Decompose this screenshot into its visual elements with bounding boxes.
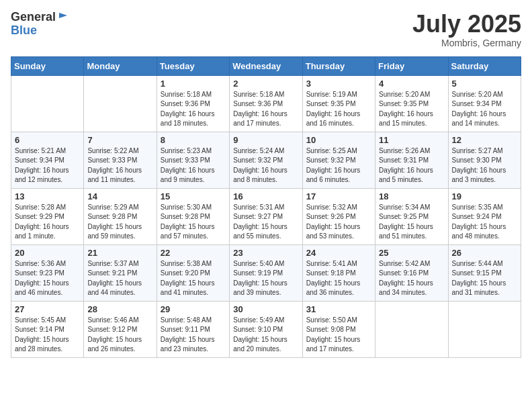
day-number: 1 [161,79,226,89]
day-number: 8 [161,135,226,145]
day-number: 17 [306,191,371,201]
cell-info: Sunrise: 5:45 AMSunset: 9:14 PMDaylight:… [15,316,80,355]
calendar-cell: 7 Sunrise: 5:22 AMSunset: 9:33 PMDayligh… [84,132,157,188]
cell-info: Sunrise: 5:19 AMSunset: 9:35 PMDaylight:… [306,90,371,129]
cell-info: Sunrise: 5:29 AMSunset: 9:28 PMDaylight:… [87,203,152,242]
calendar-cell: 20 Sunrise: 5:36 AMSunset: 9:23 PMDaylig… [11,244,84,301]
calendar-cell: 29 Sunrise: 5:48 AMSunset: 9:11 PMDaylig… [157,301,229,357]
calendar-cell: 2 Sunrise: 5:18 AMSunset: 9:36 PMDayligh… [230,75,302,132]
calendar-cell [375,301,448,357]
calendar-cell: 30 Sunrise: 5:49 AMSunset: 9:10 PMDaylig… [230,301,302,357]
calendar-day-header: Tuesday [157,56,229,75]
cell-info: Sunrise: 5:40 AMSunset: 9:19 PMDaylight:… [233,259,298,298]
day-number: 4 [379,79,444,89]
day-number: 22 [161,248,226,258]
cell-info: Sunrise: 5:42 AMSunset: 9:16 PMDaylight:… [379,259,444,298]
month-title: July 2025 [412,11,521,38]
calendar-cell [84,75,157,132]
calendar-cell: 22 Sunrise: 5:38 AMSunset: 9:20 PMDaylig… [157,244,229,301]
logo-blue: Blue [11,24,69,38]
calendar-cell: 18 Sunrise: 5:34 AMSunset: 9:25 PMDaylig… [375,188,448,244]
calendar-cell: 24 Sunrise: 5:41 AMSunset: 9:18 PMDaylig… [302,244,375,301]
calendar-cell: 31 Sunrise: 5:50 AMSunset: 9:08 PMDaylig… [302,301,375,357]
calendar-cell: 26 Sunrise: 5:44 AMSunset: 9:15 PMDaylig… [448,244,521,301]
day-number: 29 [161,304,226,314]
logo: General Blue [11,11,69,38]
title-block: July 2025 Mombris, Germany [412,11,521,48]
calendar-cell: 14 Sunrise: 5:29 AMSunset: 9:28 PMDaylig… [84,188,157,244]
day-number: 26 [452,248,517,258]
calendar-day-header: Sunday [11,56,84,75]
cell-info: Sunrise: 5:20 AMSunset: 9:35 PMDaylight:… [379,90,444,129]
day-number: 25 [379,248,444,258]
calendar-cell: 3 Sunrise: 5:19 AMSunset: 9:35 PMDayligh… [302,75,375,132]
day-number: 16 [233,191,298,201]
day-number: 24 [306,248,371,258]
cell-info: Sunrise: 5:24 AMSunset: 9:32 PMDaylight:… [233,146,298,185]
day-number: 13 [15,191,80,201]
cell-info: Sunrise: 5:36 AMSunset: 9:23 PMDaylight:… [15,259,80,298]
calendar-header-row: SundayMondayTuesdayWednesdayThursdayFrid… [11,56,521,75]
calendar-cell: 12 Sunrise: 5:27 AMSunset: 9:30 PMDaylig… [448,132,521,188]
page-header: General Blue July 2025 Mombris, Germany [11,11,521,48]
cell-info: Sunrise: 5:41 AMSunset: 9:18 PMDaylight:… [306,259,371,298]
calendar-week-row: 27 Sunrise: 5:45 AMSunset: 9:14 PMDaylig… [11,301,521,357]
calendar-day-header: Friday [375,56,448,75]
calendar-cell: 17 Sunrise: 5:32 AMSunset: 9:26 PMDaylig… [302,188,375,244]
calendar-week-row: 13 Sunrise: 5:28 AMSunset: 9:29 PMDaylig… [11,188,521,244]
day-number: 19 [452,191,517,201]
calendar-cell: 1 Sunrise: 5:18 AMSunset: 9:36 PMDayligh… [157,75,229,132]
calendar-cell: 13 Sunrise: 5:28 AMSunset: 9:29 PMDaylig… [11,188,84,244]
day-number: 18 [379,191,444,201]
cell-info: Sunrise: 5:35 AMSunset: 9:24 PMDaylight:… [452,203,517,242]
calendar-cell [11,75,84,132]
cell-info: Sunrise: 5:23 AMSunset: 9:33 PMDaylight:… [161,146,226,185]
calendar-cell: 6 Sunrise: 5:21 AMSunset: 9:34 PMDayligh… [11,132,84,188]
day-number: 21 [87,248,152,258]
cell-info: Sunrise: 5:20 AMSunset: 9:34 PMDaylight:… [452,90,517,129]
day-number: 20 [15,248,80,258]
cell-info: Sunrise: 5:30 AMSunset: 9:28 PMDaylight:… [161,203,226,242]
calendar-day-header: Thursday [302,56,375,75]
day-number: 30 [233,304,298,314]
calendar-cell: 23 Sunrise: 5:40 AMSunset: 9:19 PMDaylig… [230,244,302,301]
cell-info: Sunrise: 5:48 AMSunset: 9:11 PMDaylight:… [161,316,226,355]
calendar-cell: 25 Sunrise: 5:42 AMSunset: 9:16 PMDaylig… [375,244,448,301]
cell-info: Sunrise: 5:18 AMSunset: 9:36 PMDaylight:… [161,90,226,129]
cell-info: Sunrise: 5:49 AMSunset: 9:10 PMDaylight:… [233,316,298,355]
cell-info: Sunrise: 5:22 AMSunset: 9:33 PMDaylight:… [87,146,152,185]
calendar-cell: 11 Sunrise: 5:26 AMSunset: 9:31 PMDaylig… [375,132,448,188]
cell-info: Sunrise: 5:37 AMSunset: 9:21 PMDaylight:… [87,259,152,298]
day-number: 2 [233,79,298,89]
calendar-cell: 21 Sunrise: 5:37 AMSunset: 9:21 PMDaylig… [84,244,157,301]
cell-info: Sunrise: 5:32 AMSunset: 9:26 PMDaylight:… [306,203,371,242]
logo-general: General [11,11,56,24]
day-number: 14 [87,191,152,201]
day-number: 7 [87,135,152,145]
day-number: 27 [15,304,80,314]
day-number: 23 [233,248,298,258]
svg-marker-0 [59,13,67,18]
logo-icon [57,11,69,24]
day-number: 31 [306,304,371,314]
day-number: 6 [15,135,80,145]
day-number: 10 [306,135,371,145]
calendar-cell: 16 Sunrise: 5:31 AMSunset: 9:27 PMDaylig… [230,188,302,244]
cell-info: Sunrise: 5:46 AMSunset: 9:12 PMDaylight:… [87,316,152,355]
calendar-cell: 5 Sunrise: 5:20 AMSunset: 9:34 PMDayligh… [448,75,521,132]
calendar-cell: 9 Sunrise: 5:24 AMSunset: 9:32 PMDayligh… [230,132,302,188]
calendar-cell: 27 Sunrise: 5:45 AMSunset: 9:14 PMDaylig… [11,301,84,357]
day-number: 28 [87,304,152,314]
day-number: 5 [452,79,517,89]
cell-info: Sunrise: 5:27 AMSunset: 9:30 PMDaylight:… [452,146,517,185]
calendar-cell: 15 Sunrise: 5:30 AMSunset: 9:28 PMDaylig… [157,188,229,244]
day-number: 11 [379,135,444,145]
cell-info: Sunrise: 5:21 AMSunset: 9:34 PMDaylight:… [15,146,80,185]
calendar-cell: 4 Sunrise: 5:20 AMSunset: 9:35 PMDayligh… [375,75,448,132]
cell-info: Sunrise: 5:34 AMSunset: 9:25 PMDaylight:… [379,203,444,242]
cell-info: Sunrise: 5:26 AMSunset: 9:31 PMDaylight:… [379,146,444,185]
calendar-cell: 19 Sunrise: 5:35 AMSunset: 9:24 PMDaylig… [448,188,521,244]
calendar-table: SundayMondayTuesdayWednesdayThursdayFrid… [11,56,521,358]
day-number: 9 [233,135,298,145]
cell-info: Sunrise: 5:31 AMSunset: 9:27 PMDaylight:… [233,203,298,242]
